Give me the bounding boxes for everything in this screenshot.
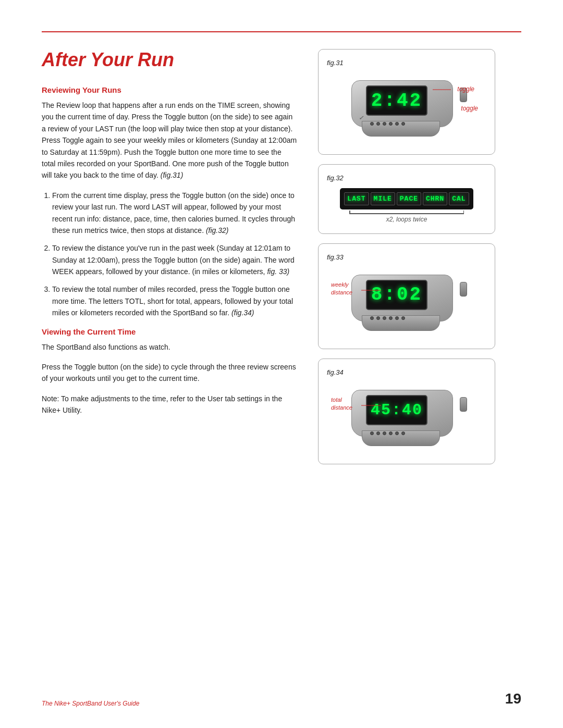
page-number: 19	[505, 690, 521, 707]
list-item-3: To review the total number of miles reco…	[52, 283, 297, 318]
bracket-text: x2, loops twice	[386, 216, 427, 223]
dot	[370, 431, 374, 435]
total-text: totaldistance	[331, 397, 352, 411]
fig32-label: fig.32	[327, 174, 486, 182]
fig32-content: LAST MILE PACE CHRN CAL x2, loops twic	[327, 186, 486, 226]
band-dots-33	[370, 316, 405, 320]
lcd-seg-mile: MILE	[371, 192, 395, 205]
weekly-arrow	[361, 287, 382, 293]
screen-text-31: 2:42	[371, 90, 422, 112]
band-screen-33: 8:02	[366, 280, 427, 310]
band-btn-33	[460, 282, 467, 297]
fig31-label: fig.31	[327, 59, 486, 67]
fig31-sportband: 2:42 ✓	[327, 71, 486, 147]
fig31-ref: (fig.31)	[161, 171, 183, 179]
bracket-line	[349, 213, 464, 214]
dot	[395, 431, 399, 435]
lcd-seg-cal: CAL	[449, 192, 469, 205]
dot	[383, 316, 386, 320]
toggle-label: toggle	[457, 85, 474, 93]
dot	[395, 316, 399, 320]
nike-swoosh-31: ✓	[359, 115, 363, 121]
right-column: fig.31 2:42	[318, 49, 495, 474]
dot	[376, 431, 380, 435]
total-arrow	[361, 402, 382, 409]
toggle-arrow	[433, 83, 454, 99]
lcd-segments: LAST MILE PACE CHRN CAL	[340, 188, 473, 209]
dot	[370, 316, 374, 320]
dot	[401, 316, 405, 320]
figure-33-box: fig.33 8:02	[318, 243, 495, 349]
fig33-sportband: 8:02 weeklydi	[327, 265, 486, 341]
toggle-label-float: toggle	[461, 105, 478, 112]
band-dots-31	[370, 122, 405, 126]
page-title: After Your Run	[42, 49, 297, 71]
figure-34-box: fig.34 45:40	[318, 359, 495, 464]
section2-body2: Press the Toggle button (on the side) to…	[42, 361, 297, 385]
dot	[389, 431, 393, 435]
figure-32-box: fig.32 LAST MILE PACE CHRN CAL	[318, 164, 495, 234]
section2-body1: The SportBand also functions as watch.	[42, 341, 297, 353]
section1-heading: Reviewing Your Runs	[42, 85, 297, 94]
lcd-seg-chrn: CHRN	[423, 192, 447, 205]
footer-guide-text: The Nike+ SportBand User's Guide	[42, 700, 139, 707]
dot	[376, 122, 380, 126]
fig34-sportband: 45:40 totaldi	[327, 380, 486, 456]
band-dots-34	[370, 431, 405, 435]
dot	[389, 316, 393, 320]
total-label: totaldistance	[331, 396, 352, 412]
lcd-bracket: x2, loops twice	[339, 211, 474, 223]
page-container: After Your Run Reviewing Your Runs The R…	[0, 0, 563, 728]
dot	[370, 122, 374, 126]
dot	[383, 122, 386, 126]
band-screen-34: 45:40	[366, 395, 427, 425]
weekly-label: weeklydistance	[331, 281, 352, 297]
dot	[395, 122, 399, 126]
band-btn-34	[460, 397, 467, 412]
fig33-ref: fig. 33)	[267, 267, 289, 276]
sportband-34: 45:40	[344, 385, 469, 452]
fig33-label: fig.33	[327, 253, 486, 261]
dot	[383, 431, 386, 435]
band-screen-31: 2:42	[366, 85, 427, 116]
dot	[401, 122, 405, 126]
section2-heading: Viewing the Current Time	[42, 327, 297, 336]
weekly-text: weeklydistance	[331, 281, 352, 295]
lcd-seg-last: LAST	[344, 192, 369, 205]
top-decorative-line	[42, 31, 521, 32]
steps-list: From the current time display, press the…	[42, 190, 297, 319]
fig34-ref: (fig.34)	[231, 309, 254, 317]
lcd-seg-pace: PACE	[397, 192, 421, 205]
section1-body: The Review loop that happens after a run…	[42, 100, 297, 181]
fig32-ref: (fig.32)	[206, 226, 229, 235]
figure-31-box: fig.31 2:42	[318, 49, 495, 155]
section2-body3: Note: To make adjustments to the time, r…	[42, 393, 297, 416]
page-footer: The Nike+ SportBand User's Guide 19	[42, 690, 521, 707]
left-column: After Your Run Reviewing Your Runs The R…	[42, 49, 297, 425]
sportband-33: 8:02	[344, 269, 469, 337]
dot	[401, 431, 405, 435]
list-item-1: From the current time display, press the…	[52, 190, 297, 237]
main-layout: After Your Run Reviewing Your Runs The R…	[42, 49, 521, 474]
dot	[389, 122, 393, 126]
list-item-2: To review the distance you've run in the…	[52, 242, 297, 277]
dot	[376, 316, 380, 320]
fig34-label: fig.34	[327, 368, 486, 376]
sportband-31: 2:42 ✓	[344, 75, 469, 143]
